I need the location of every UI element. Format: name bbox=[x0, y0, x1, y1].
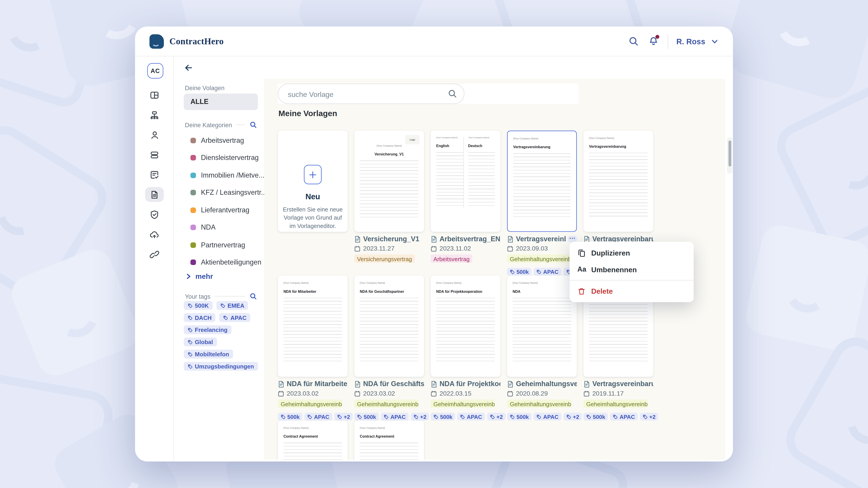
sidebar-tag-chip[interactable]: Global bbox=[184, 337, 217, 346]
template-name-row[interactable]: NDA für Mitarbeiter bbox=[278, 380, 348, 388]
category-label: NDA bbox=[201, 224, 216, 231]
template-name-row[interactable]: Vertragsvereinbar... ⋯ bbox=[507, 235, 577, 243]
template-name-row[interactable]: Arbeitsvertrag_EN_DE bbox=[431, 235, 500, 243]
tag-label: DACH bbox=[195, 314, 212, 321]
category-color-dot bbox=[190, 207, 196, 213]
template-name: NDA für Projektkoope... bbox=[439, 380, 500, 388]
sidebar-tag-chip[interactable]: DACH bbox=[184, 313, 215, 322]
template-card[interactable]: Logo [Your Company Name] Versicherung_V1… bbox=[354, 131, 424, 275]
nav-tasks[interactable] bbox=[145, 167, 164, 182]
tag-chip: 500k bbox=[354, 413, 379, 420]
template-tag-row: 500kAPAC+2 bbox=[278, 413, 348, 420]
sidebar-tag-chip[interactable]: 500K bbox=[184, 301, 213, 310]
category-item[interactable]: Aktienbeteiligungen bbox=[174, 254, 264, 271]
menu-item-duplicate[interactable]: Duplizieren bbox=[569, 245, 694, 261]
nav-entries[interactable] bbox=[145, 147, 164, 162]
template-card-partial[interactable]: [Your Company Name] Contract Agreement bbox=[354, 420, 424, 460]
template-name-row[interactable]: Versicherung_V1 bbox=[354, 235, 424, 243]
tag-icon bbox=[307, 414, 312, 419]
thumb-title: Vertragsvereinbarung bbox=[589, 144, 648, 148]
template-thumbnail[interactable]: Logo [Your Company Name] Versicherung_V1 bbox=[354, 131, 424, 232]
category-item[interactable]: KFZ / Leasingsvertr... bbox=[174, 184, 264, 201]
user-menu[interactable]: R. Ross bbox=[676, 37, 705, 46]
template-name-row[interactable]: Vertragsvereinbarung... bbox=[583, 380, 653, 388]
template-card[interactable]: [Your Company Name] NDA Geheimhaltungsve… bbox=[507, 275, 577, 421]
template-thumbnail[interactable]: [Your Company Name] NDA bbox=[507, 275, 577, 377]
category-item[interactable]: Immobilien /Mietve... bbox=[174, 166, 264, 184]
tag-chip: APAC bbox=[457, 413, 485, 420]
chevron-down-icon[interactable] bbox=[711, 37, 718, 45]
tag-icon bbox=[188, 303, 193, 308]
template-card[interactable]: [Your Company Name] Vertragsvereinbarung… bbox=[507, 131, 577, 275]
filter-all-button[interactable]: ALLE bbox=[184, 94, 258, 110]
category-color-dot bbox=[190, 190, 196, 195]
template-card[interactable]: [Your Company Name] NDA für Projekkooper… bbox=[431, 275, 500, 421]
sidebar-tag-chip[interactable]: Umzugsbedingungen bbox=[184, 362, 258, 371]
nav-dashboard[interactable] bbox=[145, 88, 164, 102]
category-item[interactable]: Partnervertrag bbox=[174, 236, 264, 254]
tag-icon bbox=[188, 364, 193, 369]
template-date-row: 2023.09.03 bbox=[507, 245, 577, 252]
template-thumbnail[interactable]: [Your Company Name] Vertragsvereinbarung bbox=[583, 131, 653, 232]
nav-compliance[interactable] bbox=[145, 207, 164, 222]
category-item[interactable]: Lieferantvertrag bbox=[174, 201, 264, 219]
sidebar-tag-chip[interactable]: Freelancing bbox=[184, 325, 231, 334]
org-chart-icon bbox=[149, 110, 159, 120]
template-name-row[interactable]: NDA für Projektkoope... bbox=[431, 380, 500, 388]
more-options-button[interactable]: ⋯ bbox=[568, 236, 577, 242]
nav-templates[interactable] bbox=[145, 187, 164, 202]
tag-search-icon[interactable] bbox=[250, 293, 257, 300]
sidebar-tag-chip[interactable]: EMEA bbox=[217, 301, 248, 310]
template-card[interactable]: [Your Company Name] NDA für Geschäftspar… bbox=[354, 275, 424, 421]
nav-org-structure[interactable] bbox=[145, 107, 164, 122]
category-item[interactable]: NDA bbox=[174, 219, 264, 236]
template-thumbnail[interactable]: [Your Company Name] English [Your Compan… bbox=[431, 131, 500, 232]
sidebar-tag-chip[interactable]: Mobiltelefon bbox=[184, 350, 233, 359]
menu-item-rename[interactable]: Aa Umbenennen bbox=[569, 261, 694, 278]
template-thumbnail[interactable]: [Your Company Name] NDA für Geschäftspar… bbox=[354, 275, 424, 377]
thumb-company-line: [Your Company Name] bbox=[360, 427, 418, 429]
category-item[interactable]: Arbeitsvertrag bbox=[174, 132, 264, 149]
nav-upload[interactable] bbox=[145, 227, 164, 242]
template-thumbnail[interactable]: [Your Company Name] Contract Agreement bbox=[354, 420, 424, 460]
category-item[interactable]: Diensleistervertrag bbox=[174, 149, 264, 166]
template-search bbox=[278, 84, 464, 104]
template-card[interactable]: [Your Company Name] English [Your Compan… bbox=[431, 131, 500, 275]
cloud-upload-icon bbox=[149, 229, 159, 239]
nav-contacts[interactable] bbox=[145, 127, 164, 142]
template-card[interactable]: [Your Company Name] NDA für Mitarbeiter … bbox=[278, 275, 348, 421]
sidebar-tag-chip[interactable]: APAC bbox=[219, 313, 250, 322]
category-label: Immobilien /Mietve... bbox=[201, 171, 265, 179]
template-thumbnail[interactable]: [Your Company Name] NDA für Projekkooper… bbox=[431, 275, 500, 377]
back-arrow-icon[interactable] bbox=[184, 63, 193, 72]
search-icon[interactable] bbox=[448, 89, 457, 98]
tag-chip: 500k bbox=[507, 268, 531, 275]
template-name: Geheimhaltungsvertrag bbox=[516, 380, 577, 388]
template-name-row[interactable]: NDA für Geschäftspar... bbox=[354, 380, 424, 388]
templates-section-label: Deine Volagen bbox=[185, 85, 224, 91]
nav-integrations[interactable] bbox=[145, 247, 164, 262]
category-search-icon[interactable] bbox=[250, 121, 257, 128]
tag-icon bbox=[281, 414, 286, 419]
template-thumbnail[interactable]: [Your Company Name] Vertragsvereinbarung bbox=[507, 131, 577, 232]
search-icon[interactable] bbox=[628, 36, 639, 46]
template-card-partial[interactable]: [Your Company Name] Contract Agreement bbox=[278, 420, 348, 460]
template-date-row: 2022.03.15 bbox=[431, 390, 500, 397]
workspace-badge[interactable]: AC bbox=[147, 63, 163, 78]
template-tag-row: 500kAPAC+2 bbox=[583, 413, 653, 420]
new-template-card[interactable]: Neu Erstellen Sie eine neue Vorlage von … bbox=[278, 131, 348, 275]
template-thumbnail[interactable]: [Your Company Name] Contract Agreement bbox=[278, 420, 348, 460]
template-tag-row: 500kAPAC+2 bbox=[507, 413, 577, 420]
scrollbar-thumb[interactable] bbox=[728, 140, 731, 166]
more-categories-link[interactable]: mehr bbox=[185, 272, 213, 281]
template-name-row[interactable]: Geheimhaltungsvertrag bbox=[507, 380, 577, 388]
thumb-text-lines bbox=[283, 443, 342, 460]
template-name: NDA für Mitarbeiter bbox=[287, 380, 348, 388]
document-icon bbox=[278, 381, 284, 388]
notifications-button[interactable] bbox=[648, 36, 659, 46]
tag-chip: 500k bbox=[507, 413, 531, 420]
template-search-input[interactable] bbox=[287, 84, 444, 105]
template-thumbnail[interactable]: [Your Company Name] NDA für Mitarbeiter bbox=[278, 275, 348, 377]
menu-item-delete[interactable]: Delete bbox=[569, 283, 694, 299]
category-label: KFZ / Leasingsvertr... bbox=[201, 189, 267, 197]
